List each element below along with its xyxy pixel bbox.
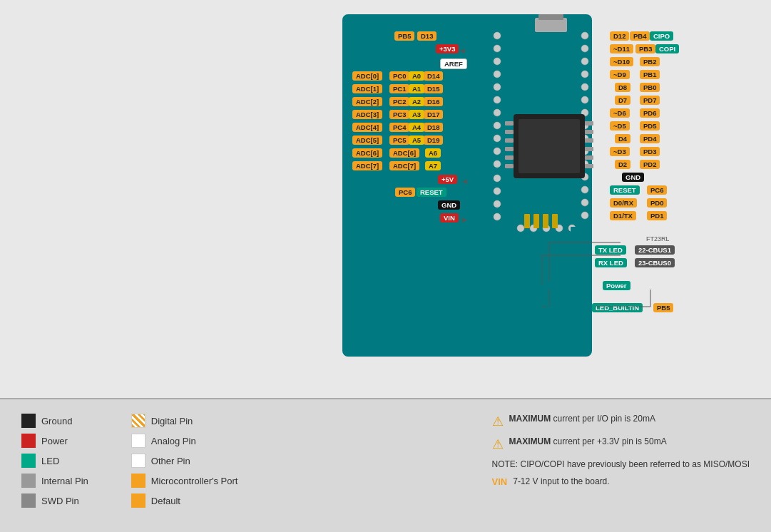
other-label: Other Pin xyxy=(151,456,190,466)
pin-d2: D2 xyxy=(615,160,630,169)
default-swatch xyxy=(131,493,145,508)
internal-label: Internal Pin xyxy=(41,476,88,486)
legend-ground: Ground xyxy=(21,414,88,428)
analog-swatch xyxy=(131,434,145,448)
power-swatch xyxy=(21,434,36,448)
pin-d3: ~D3 xyxy=(610,147,630,156)
pin-adc1: ADC[1] xyxy=(352,84,382,93)
pin-d6: ~D6 xyxy=(610,108,630,118)
pin-adc7b: ADC[7] xyxy=(389,161,419,170)
pin-vin: VIN xyxy=(440,213,459,222)
pin-3v3: +3V3 xyxy=(436,44,459,53)
legend-info: ⚠ MAXIMUM current per I/O pin is 20mA ⚠ … xyxy=(492,414,750,518)
pin-pd0: PD0 xyxy=(647,198,667,208)
pin-adc6b: ADC[6] xyxy=(389,148,419,158)
other-swatch xyxy=(131,454,145,468)
legend-default: Default xyxy=(131,493,238,508)
pin-pd1: PD1 xyxy=(647,211,667,220)
pin-d0rx: D0/RX xyxy=(610,198,637,208)
pin-pd7: PD7 xyxy=(640,96,660,105)
pin-cipo: CIPO xyxy=(650,31,673,41)
pin-txled: TX LED xyxy=(595,245,626,255)
pin-gnd-left: GND xyxy=(438,200,460,210)
pin-pc3: PC3 xyxy=(389,110,409,119)
pin-pc1: PC1 xyxy=(389,84,409,93)
pin-pc2: PC2 xyxy=(389,97,409,106)
pin-adc5: ADC[5] xyxy=(352,135,382,145)
pin-pd4: PD4 xyxy=(640,134,660,143)
vin-text: 7-12 V input to the board. xyxy=(513,476,609,486)
pin-adc2: ADC[2] xyxy=(352,97,382,106)
legend-col-2: Digital Pin Analog Pin Other Pin Microco… xyxy=(131,414,238,518)
pin-d18: D18 xyxy=(424,123,443,132)
led-label: LED xyxy=(41,456,59,466)
pin-reset-left: RESET xyxy=(417,188,446,197)
pin-copi: COPI xyxy=(655,44,679,53)
swd-swatch xyxy=(21,493,36,508)
legend-area: Ground Power LED Internal Pin SWD Pin Di… xyxy=(0,399,771,532)
ft23rl-label: FT23RL xyxy=(646,235,670,242)
pin-pd5: PD5 xyxy=(640,121,660,131)
pin-a7: A7 xyxy=(425,161,441,170)
arrow-vin: ▶ xyxy=(462,216,467,223)
pin-pc0: PC0 xyxy=(389,71,409,81)
warning-icon-2: ⚠ xyxy=(492,436,504,452)
legend-swd: SWD Pin xyxy=(21,493,88,508)
microcontroller-label: Microcontroller's Port xyxy=(151,476,238,486)
pin-d16: D16 xyxy=(424,97,443,106)
pin-pc4: PC4 xyxy=(389,123,409,132)
pin-a6: A6 xyxy=(425,148,441,158)
pin-pb0: PB0 xyxy=(640,83,660,92)
pin-adc7a: ADC[7] xyxy=(352,161,382,170)
pin-pb5-bottom: PB5 xyxy=(653,303,673,312)
pin-d17: D17 xyxy=(424,110,443,119)
pin-adc6a: ADC[6] xyxy=(352,148,382,158)
pin-d10: ~D10 xyxy=(610,57,633,66)
pin-a5: A5 xyxy=(409,135,424,145)
divider-line xyxy=(0,398,771,399)
digital-label: Digital Pin xyxy=(151,416,193,426)
legend-power: Power xyxy=(21,434,88,448)
pin-gnd-right: GND xyxy=(622,173,644,182)
arduino-board xyxy=(342,14,592,357)
info-row-2: ⚠ MAXIMUM current per +3.3V pin is 50mA xyxy=(492,436,750,452)
pin-pc6-left: PC6 xyxy=(395,188,415,197)
pin-d7: D7 xyxy=(615,96,630,105)
info-text-1: MAXIMUM current per I/O pin is 20mA xyxy=(509,414,655,424)
pin-a0: A0 xyxy=(409,71,424,81)
legend-analog: Analog Pin xyxy=(131,434,238,448)
pin-pd2: PD2 xyxy=(640,160,660,169)
led-swatch xyxy=(21,454,36,468)
vin-info-row: VIN 7-12 V input to the board. xyxy=(492,476,750,487)
info-detail-2: current per +3.3V pin is 50mA xyxy=(553,436,667,446)
pin-aref: AREF xyxy=(440,58,467,69)
pin-pc6-right: PC6 xyxy=(647,185,667,195)
pin-pb4: PB4 xyxy=(630,31,650,41)
vin-label: VIN xyxy=(492,476,508,487)
pin-a1: A1 xyxy=(409,84,424,93)
microcontroller-swatch xyxy=(131,474,145,488)
arrow-3v3: ◀ xyxy=(460,47,465,54)
pin-pd3: PD3 xyxy=(640,147,660,156)
pin-d14: D14 xyxy=(424,71,443,81)
pin-pb1: PB1 xyxy=(640,70,660,79)
legend-microcontroller: Microcontroller's Port xyxy=(131,474,238,488)
pin-pd6: PD6 xyxy=(640,108,660,118)
pin-pb2: PB2 xyxy=(640,57,660,66)
pin-d4: D4 xyxy=(615,134,630,143)
pin-d9: ~D9 xyxy=(610,70,630,79)
pin-a2: A2 xyxy=(409,97,424,106)
pin-d11: ~D11 xyxy=(610,44,633,53)
internal-swatch xyxy=(21,474,36,488)
pin-d1tx: D1/TX xyxy=(610,211,636,220)
info-row-1: ⚠ MAXIMUM current per I/O pin is 20mA xyxy=(492,414,750,429)
pin-adc4: ADC[4] xyxy=(352,123,382,132)
diagram-area: PB5 D13 +3V3 ◀ AREF ADC[0] PC0 A0 D14 AD… xyxy=(0,0,771,399)
ground-swatch xyxy=(21,414,36,428)
pin-23cbus0: 23-CBUS0 xyxy=(635,258,675,267)
legend-digital: Digital Pin xyxy=(131,414,238,428)
pin-rxled: RX LED xyxy=(595,258,627,267)
pin-d19: D19 xyxy=(424,135,443,145)
max-label-1: MAXIMUM xyxy=(509,414,551,424)
pin-a4: A4 xyxy=(409,123,424,132)
